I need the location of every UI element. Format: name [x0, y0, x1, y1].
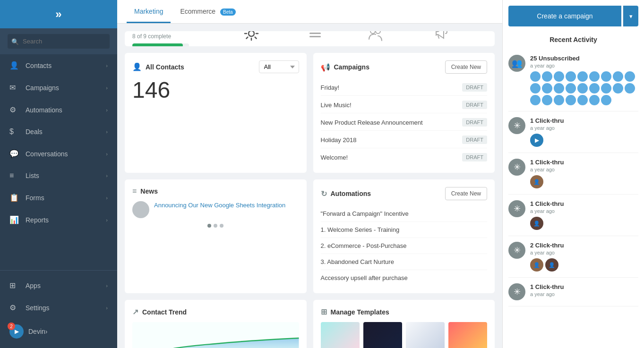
- deals-icon: $: [9, 127, 20, 136]
- mini-avatar: [613, 83, 623, 93]
- mini-avatar: [566, 95, 576, 105]
- sidebar-item-campaigns[interactable]: ✉ Campaigns ›: [0, 76, 117, 99]
- template-icon: ⊞: [321, 307, 327, 316]
- chevron-right-icon: ›: [106, 129, 108, 135]
- mini-avatar: [566, 71, 576, 82]
- conversations-label: Conversations: [26, 150, 106, 158]
- lists-label: Lists: [26, 172, 106, 179]
- news-link[interactable]: Announcing Our New Google Sheets Integra…: [154, 201, 285, 210]
- list-item: New Product Release Announcement DRAFT: [321, 114, 488, 131]
- dot-3[interactable]: [220, 224, 223, 228]
- manage-templates-header: ⊞ Manage Templates: [321, 307, 488, 316]
- automations-label: Automations: [26, 106, 106, 114]
- mini-avatar: [530, 83, 541, 93]
- sidebar-item-conversations[interactable]: 💬 Conversations ›: [0, 143, 117, 165]
- chevron-right-icon: ›: [106, 151, 108, 157]
- sidebar-item-deals[interactable]: $ Deals ›: [0, 121, 117, 143]
- svg-rect-2: [309, 33, 321, 34]
- automations-title: ↻ Automations: [321, 189, 371, 198]
- automations-header: ↻ Automations Create New: [321, 187, 488, 200]
- getting-started-info: ✔ Getting Started 8 of 9 complete 89%: [132, 31, 208, 46]
- chevron-right-icon: ›: [106, 63, 108, 68]
- contact-trend-card: ↗ Contact Trend: [125, 300, 307, 348]
- mini-avatar: [542, 83, 552, 93]
- activity-item-unsub: 👥 25 Unsubscribed a year ago: [508, 49, 638, 111]
- mini-avatar: [589, 71, 600, 82]
- mini-avatar: [625, 71, 635, 82]
- avatar: 👤: [530, 258, 543, 272]
- create-campaign-button[interactable]: Create a campaign: [508, 6, 621, 26]
- template-thumb[interactable]: [448, 322, 487, 348]
- sidebar-item-forms[interactable]: 📋 Forms ›: [0, 187, 117, 209]
- sidebar-item-contacts[interactable]: 👤 Contacts ›: [0, 54, 117, 76]
- tab-marketing[interactable]: Marketing: [127, 1, 171, 23]
- sidebar-item-settings[interactable]: ⚙ Settings ›: [0, 297, 117, 319]
- campaigns-create-new-button[interactable]: Create New: [445, 60, 487, 74]
- sidebar-bottom: ⊞ Apps › ⚙ Settings › 2 ▶ Devin ›: [0, 270, 117, 348]
- trend-chart: [132, 322, 299, 348]
- activity-time: a year ago: [530, 63, 638, 68]
- mini-avatar: [554, 95, 564, 105]
- sidebar-item-reports[interactable]: 📊 Reports ›: [0, 209, 117, 231]
- mini-avatar: [601, 95, 611, 105]
- sidebar-item-apps[interactable]: ⊞ Apps ›: [0, 274, 117, 297]
- lists-icon: ≡: [9, 171, 20, 180]
- step-integrate[interactable]: Integrate Services: [227, 31, 275, 46]
- contacts-count: 146: [132, 79, 299, 102]
- all-contacts-title: 👤 All Contacts: [132, 62, 184, 71]
- list-item: Friday! DRAFT: [321, 79, 488, 96]
- activity-item-click4: ✳ 2 Click-thru a year ago 👤 👤: [508, 236, 638, 278]
- activity-icon: ✳: [508, 159, 525, 176]
- user-name: Devin: [28, 328, 45, 335]
- create-campaign-dropdown-button[interactable]: ▾: [623, 6, 638, 26]
- activity-time: a year ago: [530, 125, 638, 131]
- template-thumb[interactable]: [406, 322, 445, 348]
- top-tabs: Marketing Ecommerce Beta: [117, 0, 502, 24]
- gear-icon: [240, 31, 263, 45]
- sidebar-item-lists[interactable]: ≡ Lists ›: [0, 165, 117, 187]
- forms-icon: 📋: [9, 193, 20, 202]
- svg-point-0: [249, 31, 254, 36]
- step-create-list[interactable]: ✓ Create a List: [299, 31, 331, 46]
- apps-icon: ⊞: [9, 281, 20, 290]
- list-item: 2. eCommerce - Post-Purchase: [321, 238, 488, 254]
- progress-bar: [132, 43, 189, 47]
- dot-1[interactable]: [207, 224, 211, 228]
- activity-title: 1 Click-thru: [530, 200, 638, 207]
- search-input[interactable]: [8, 34, 110, 49]
- user-profile[interactable]: 2 ▶ Devin ›: [0, 319, 117, 344]
- step-create-campaign[interactable]: ✓ Create Campaign: [419, 31, 463, 46]
- getting-started-bar: ✔ Getting Started 8 of 9 complete 89%: [125, 31, 495, 46]
- activity-avatars: [530, 71, 638, 105]
- tab-ecommerce[interactable]: Ecommerce Beta: [172, 1, 243, 23]
- contacts-icon: 👤: [9, 61, 20, 70]
- mini-avatar: [542, 95, 552, 105]
- refresh-icon: ↻: [321, 189, 327, 198]
- contacts-filter-select[interactable]: All Active Inactive: [259, 60, 299, 73]
- automation-list: "Forward a Campaign" Incentive 1. Welcom…: [321, 206, 488, 286]
- automations-create-new-button[interactable]: Create New: [445, 187, 487, 200]
- campaigns-header: 📢 Campaigns Create New: [321, 60, 488, 74]
- contacts-filter[interactable]: All Active Inactive: [259, 60, 299, 73]
- chevron-right-icon: ›: [106, 217, 108, 223]
- mini-avatar: [530, 95, 541, 105]
- dot-2[interactable]: [214, 224, 217, 228]
- template-thumb[interactable]: [363, 322, 402, 348]
- dashboard-body: ✔ Getting Started 8 of 9 complete 89%: [117, 24, 502, 348]
- step-import-contacts[interactable]: ✓ Import Contacts: [355, 31, 395, 46]
- people-icon: ✓: [364, 31, 386, 45]
- activity-item-click2: ✳ 1 Click-thru a year ago 👤: [508, 153, 638, 195]
- activity-icon: 👥: [508, 55, 525, 72]
- template-thumb[interactable]: [321, 322, 360, 348]
- activity-info: 2 Click-thru a year ago 👤 👤: [530, 242, 638, 272]
- all-contacts-card: 👤 All Contacts All Active Inactive 146: [125, 53, 307, 173]
- app-logo: »: [55, 8, 61, 21]
- list-item: 3. Abandoned Cart Nurture: [321, 254, 488, 270]
- sidebar-item-automations[interactable]: ⚙ Automations ›: [0, 99, 117, 121]
- mini-avatar: [530, 71, 541, 82]
- activity-title: 1 Click-thru: [530, 283, 638, 290]
- news-icon: ≡: [132, 187, 137, 195]
- megaphone-icon: 📢: [321, 63, 330, 72]
- apps-label: Apps: [26, 282, 106, 289]
- reports-label: Reports: [26, 216, 106, 224]
